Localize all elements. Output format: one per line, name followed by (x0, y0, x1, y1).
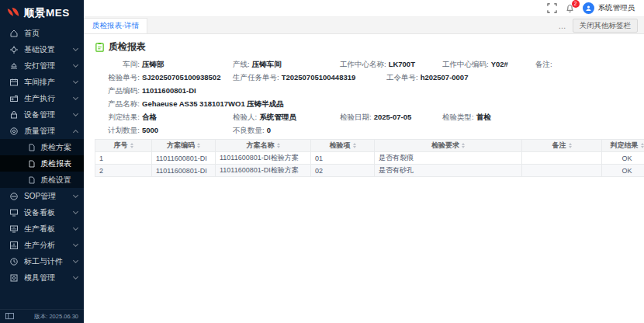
tab-inspection-report-detail[interactable]: 质检报表-详情 (84, 18, 147, 33)
sop-disc-icon (9, 192, 19, 201)
col-header-seq[interactable]: 序号 (95, 140, 152, 152)
document-icon (28, 160, 36, 168)
sidebar-item-home[interactable]: 首页 (0, 25, 84, 41)
chevron-down-icon (73, 78, 78, 84)
field-inspection-no: 检验单号:SJ20250705100938502 (95, 73, 233, 82)
col-header-requirement[interactable]: 检验要求 (375, 140, 522, 152)
sidebar-footer: 版本: 2025.06.30 (0, 309, 84, 323)
chevron-down-icon (73, 209, 78, 214)
info-row-1: 车间:压铸部 产线:压铸车间 工作中心名称:LK700T 工作中心编码:Y02#… (95, 60, 633, 69)
sidebar-item-production-analysis[interactable]: 生产分析 (0, 237, 84, 253)
sidebar-item-andon[interactable]: 安灯管理 (0, 57, 84, 74)
sort-icon (462, 143, 465, 149)
sort-icon (197, 143, 200, 149)
table-row[interactable]: 2 11011600801-DI 11011600801-DI检验方案 02 是… (95, 165, 644, 177)
chevron-up-icon (73, 129, 78, 134)
sidebar-item-piecework[interactable]: 标工与计件 (0, 253, 84, 269)
sidebar-item-inspection-settings[interactable]: 质检设置 (0, 172, 84, 188)
table-row[interactable]: 1 11011600801-DI 11011600801-DI检验方案 01 是… (95, 152, 644, 165)
schedule-calendar-icon (9, 78, 19, 87)
sidebar-item-basic-settings[interactable]: 基础设置 (0, 41, 84, 57)
tab-more-button[interactable]: … (559, 22, 573, 33)
field-work-order-no: 工令单号:h202507-0007 (386, 73, 633, 82)
sidebar-menu: 首页 基础设置 安灯管理 车间排产 生产执行 (0, 25, 84, 323)
cell-remark (522, 152, 602, 165)
app-window: 顺景MES 首页 基础设置 安灯管理 车间排产 (0, 0, 644, 323)
col-header-item[interactable]: 检验项 (311, 140, 375, 152)
cell-requirement: 是否有裂痕 (375, 152, 522, 165)
info-row-6: 计划数量:5000 不良数量:0 (95, 126, 633, 135)
sidebar-item-production-board[interactable]: 生产看板 (0, 221, 84, 237)
production-board-icon (9, 224, 19, 234)
sidebar-item-mold-management[interactable]: 模具管理 (0, 269, 84, 286)
chevron-down-icon (73, 241, 78, 247)
app-logo[interactable]: 顺景MES (0, 0, 84, 25)
page-title: 质检报表 (109, 40, 146, 54)
inspection-items-table: 序号 方案编码 方案名称 检验项 检验要求 备注 判定结果 1 11011600… (95, 139, 644, 177)
field-plan-qty: 计划数量:5000 (95, 126, 233, 135)
sidebar-item-equipment-management[interactable]: 设备管理 (0, 106, 84, 123)
sidebar-item-label: 车间排产 (24, 77, 74, 88)
chevron-down-icon (73, 258, 78, 263)
field-remark: 备注: (535, 60, 633, 69)
user-icon (585, 5, 592, 12)
sidebar-item-workshop-scheduling[interactable]: 车间排产 (0, 74, 84, 90)
sidebar-item-label: SOP管理 (24, 191, 74, 202)
field-work-center-name: 工作中心名称:LK700T (340, 60, 442, 69)
user-menu[interactable]: 系统管理员 (583, 2, 635, 14)
main-area: 2 系统管理员 质检报表-详情 … 关闭其他标签栏 质检报表 车间:压铸部 产 (84, 0, 644, 323)
sidebar-item-label: 标工与计件 (24, 256, 74, 267)
col-header-plan-name[interactable]: 方案名称 (216, 140, 311, 152)
chevron-down-icon (73, 225, 78, 231)
sidebar-item-label: 基础设置 (24, 44, 74, 55)
chevron-down-icon (73, 46, 78, 51)
notification-bell[interactable]: 2 (565, 3, 575, 13)
chevron-down-icon (73, 95, 78, 100)
cell-requirement: 是否有砂孔 (375, 165, 522, 177)
col-header-remark[interactable]: 备注 (522, 140, 602, 152)
sidebar-item-quality-management[interactable]: 质量管理 (0, 123, 84, 139)
sidebar-item-label: 质检设置 (40, 175, 78, 186)
cell-seq: 1 (95, 152, 152, 165)
sidebar-item-label: 设备管理 (24, 109, 74, 120)
field-workshop: 车间:压铸部 (95, 60, 233, 69)
field-inspection-type: 检验类型:首检 (442, 113, 633, 122)
mold-box-icon (9, 273, 19, 283)
cell-plan-name: 11011600801-DI检验方案 (216, 152, 311, 165)
info-row-2: 检验单号:SJ20250705100938502 生产任务单号:T2025070… (95, 73, 633, 82)
col-header-result[interactable]: 判定结果 (602, 140, 644, 152)
cell-remark (522, 165, 602, 177)
sidebar-item-device-board[interactable]: 设备看板 (0, 204, 84, 221)
table-header-row: 序号 方案编码 方案名称 检验项 检验要求 备注 判定结果 (95, 140, 644, 152)
report-detail-panel: 质检报表 车间:压铸部 产线:压铸车间 工作中心名称:LK700T 工作中心编码… (84, 34, 644, 323)
collapse-sidebar-icon[interactable] (5, 313, 14, 320)
app-title: 顺景MES (24, 6, 70, 20)
sidebar-item-label: 质量管理 (24, 126, 74, 137)
field-defect-qty: 不良数量:0 (233, 126, 633, 135)
col-header-plan-code[interactable]: 方案编码 (152, 140, 216, 152)
andon-lamp-icon (9, 61, 19, 71)
settings-icon (9, 45, 19, 54)
piecework-clock-icon (9, 257, 19, 266)
sidebar-item-production-execution[interactable]: 生产执行 (0, 90, 84, 106)
cell-item: 01 (311, 152, 375, 165)
chevron-down-icon (73, 274, 78, 280)
sidebar-item-inspection-report[interactable]: 质检报表 (0, 155, 84, 172)
fullscreen-icon[interactable] (547, 3, 557, 13)
cell-item: 02 (311, 165, 375, 177)
tab-bar: 质检报表-详情 … 关闭其他标签栏 (84, 17, 644, 34)
sort-icon (569, 143, 572, 149)
device-board-icon (9, 208, 19, 217)
avatar (583, 2, 594, 14)
sidebar-item-inspection-plan[interactable]: 质检方案 (0, 139, 84, 155)
sort-icon (130, 143, 133, 149)
field-inspector: 检验人:系统管理员 (233, 113, 340, 122)
sidebar-item-label: 首页 (24, 28, 78, 39)
sidebar-item-label: 生产分析 (24, 240, 74, 251)
equipment-lock-icon (9, 110, 19, 120)
sort-icon (641, 143, 644, 149)
field-line: 产线:压铸车间 (233, 60, 340, 69)
sidebar-item-label: 模具管理 (24, 273, 74, 283)
sidebar-item-sop[interactable]: SOP管理 (0, 188, 84, 204)
close-other-tabs-button[interactable]: 关闭其他标签栏 (573, 19, 639, 33)
